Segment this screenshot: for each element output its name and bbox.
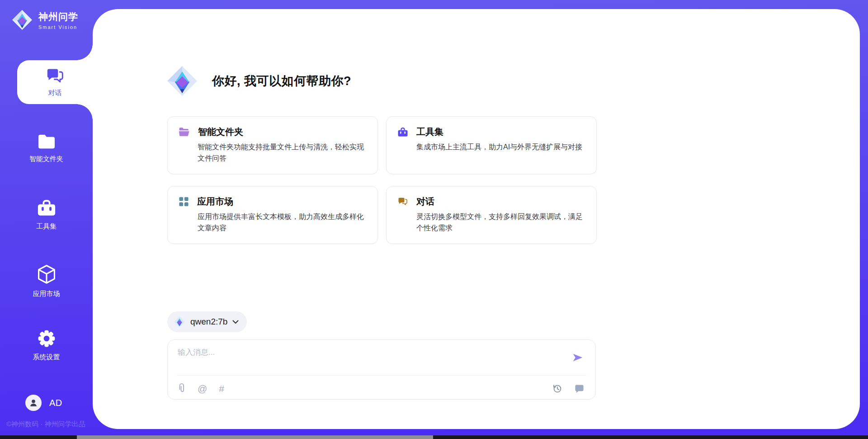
sidebar-item-toolset[interactable]: 工具集 <box>0 199 93 231</box>
card-description: 智能文件夹功能支持批量文件上传与清洗，轻松实现文件问答 <box>198 141 367 164</box>
card-app-market[interactable]: 应用市场 应用市场提供丰富长文本模板，助力高效生成多样化文章内容 <box>167 186 378 244</box>
chat-icon <box>397 197 408 206</box>
copyright-text: ©神州数码 · 神州问学出品 <box>6 420 85 429</box>
card-title: 工具集 <box>416 126 443 138</box>
folder-open-icon <box>179 127 190 137</box>
mention-icon[interactable]: @ <box>198 384 207 393</box>
sidebar-item-label: 对话 <box>48 89 62 97</box>
composer-divider <box>177 375 586 376</box>
feature-cards: 智能文件夹 智能文件夹功能支持批量文件上传与清洗，轻松实现文件问答 工具集 集成… <box>167 116 597 244</box>
sidebar-item-label: 应用市场 <box>33 290 60 298</box>
gem-icon <box>174 316 185 328</box>
grid-icon <box>179 196 189 207</box>
cube-icon <box>37 264 57 285</box>
chat-icon <box>46 67 65 85</box>
card-title: 智能文件夹 <box>198 126 243 138</box>
brand-gem-icon <box>11 9 33 31</box>
brand: 神州问学 Smart Vision <box>11 9 78 31</box>
history-icon[interactable] <box>552 383 562 394</box>
chevron-down-icon <box>232 320 239 324</box>
message-composer: @ # <box>167 339 596 400</box>
sidebar-item-label: 智能文件夹 <box>29 155 63 163</box>
sidebar: 神州问学 Smart Vision 对话 智能文件夹 <box>0 0 93 439</box>
topic-icon[interactable]: # <box>219 384 224 393</box>
greeting-text: 你好, 我可以如何帮助你? <box>212 73 351 89</box>
sidebar-item-chat[interactable]: 对话 <box>17 60 93 104</box>
message-input[interactable] <box>178 347 557 370</box>
horizontal-scrollbar[interactable] <box>0 435 868 439</box>
toolbox-icon <box>37 199 56 217</box>
toolbox-icon <box>397 127 408 137</box>
card-title: 应用市场 <box>197 196 233 208</box>
card-description: 应用市场提供丰富长文本模板，助力高效生成多样化文章内容 <box>198 211 367 234</box>
avatar <box>25 395 42 411</box>
app-window: 神州问学 Smart Vision 对话 智能文件夹 <box>0 0 868 439</box>
brand-subtitle: Smart Vision <box>38 24 78 30</box>
feedback-icon[interactable] <box>574 384 585 393</box>
gem-icon <box>166 65 198 97</box>
card-title: 对话 <box>416 196 434 208</box>
card-chat[interactable]: 对话 灵活切换多模型文件，支持多样回复效果调试，满足个性化需求 <box>386 186 597 244</box>
send-icon[interactable] <box>572 352 584 363</box>
model-selector[interactable]: qwen2:7b <box>167 311 247 332</box>
sidebar-item-label: 工具集 <box>36 222 57 231</box>
user-initials: AD <box>49 398 62 408</box>
sidebar-item-settings[interactable]: 系统设置 <box>0 329 93 362</box>
gear-icon <box>37 329 56 348</box>
card-smart-folder[interactable]: 智能文件夹 智能文件夹功能支持批量文件上传与清洗，轻松实现文件问答 <box>167 116 378 174</box>
model-name: qwen2:7b <box>190 317 227 327</box>
brand-name: 神州问学 <box>38 10 78 23</box>
card-toolset[interactable]: 工具集 集成市场上主流工具，助力AI与外界无缝扩展与对接 <box>386 116 597 174</box>
sidebar-item-smart-folder[interactable]: 智能文件夹 <box>0 134 93 163</box>
user-profile[interactable]: AD <box>25 395 62 411</box>
composer-toolbar: @ # <box>178 381 585 396</box>
folder-icon <box>37 134 56 150</box>
sidebar-item-app-market[interactable]: 应用市场 <box>0 264 93 298</box>
scrollbar-thumb[interactable] <box>77 435 433 439</box>
card-description: 集成市场上主流工具，助力AI与外界无缝扩展与对接 <box>416 141 585 153</box>
attach-icon[interactable] <box>178 383 186 394</box>
greeting-section: 你好, 我可以如何帮助你? <box>166 65 351 97</box>
sidebar-item-label: 系统设置 <box>33 353 60 362</box>
card-description: 灵活切换多模型文件，支持多样回复效果调试，满足个性化需求 <box>416 211 585 234</box>
